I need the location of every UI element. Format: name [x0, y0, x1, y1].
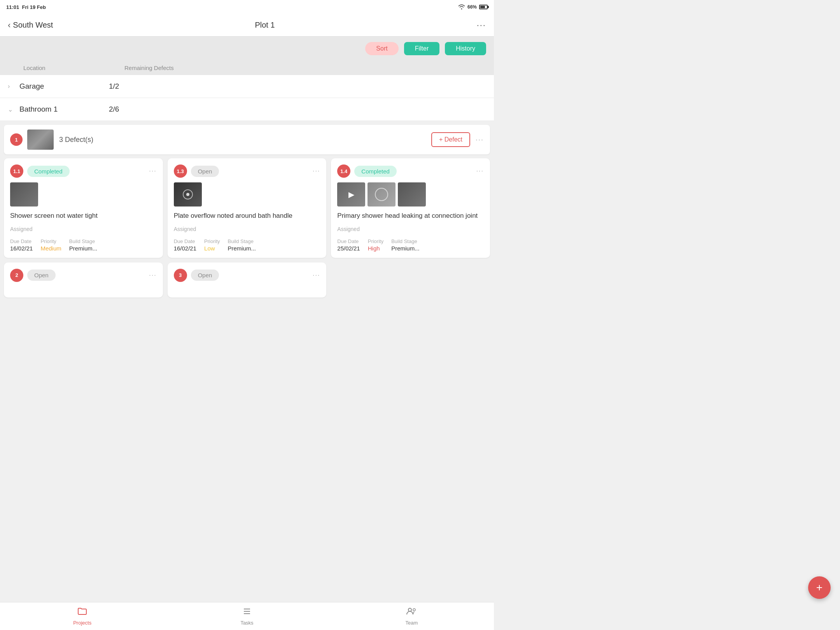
expanded-defects-section: 1 3 Defect(s) + Defect ··· 1.1 Completed…: [0, 121, 494, 301]
location-name: Garage: [19, 82, 109, 91]
build-stage-meta: Build Stage Premium...: [391, 238, 420, 252]
card-badge: 1.1: [10, 164, 23, 178]
card-more-button[interactable]: ···: [313, 272, 320, 279]
table-header: Location Remaining Defects: [0, 61, 494, 75]
priority-meta: Priority Low: [204, 238, 220, 252]
card-image-play: ▶: [337, 182, 365, 206]
card-badge: 1.4: [337, 164, 350, 178]
defect-card-1-4[interactable]: 1.4 Completed ··· ▶ Primary shower head …: [331, 158, 490, 258]
status-badge: Open: [27, 270, 56, 281]
sort-button[interactable]: Sort: [365, 42, 398, 55]
card-more-button[interactable]: ···: [149, 168, 156, 175]
defect-card-1-3[interactable]: 1.3 Open ··· Plate overflow noted around…: [168, 158, 327, 258]
card-meta: Due Date 16/02/21 Priority Medium Build …: [10, 238, 157, 252]
add-defect-button[interactable]: + Defect: [431, 132, 470, 147]
due-date-meta: Due Date 16/02/21: [174, 238, 196, 252]
status-badge: Completed: [354, 166, 397, 177]
defect-title: Plate overflow noted around bath handle: [174, 211, 320, 220]
location-row-garage[interactable]: › Garage 1/2: [0, 75, 494, 98]
defect-title: Shower screen not water tight: [10, 211, 157, 220]
status-time: 11:01 Fri 19 Feb: [6, 4, 46, 10]
defect-cards-grid: 1.1 Completed ··· Shower screen not wate…: [4, 158, 490, 258]
history-button[interactable]: History: [445, 42, 486, 55]
location-count: 2/6: [109, 105, 119, 114]
wifi-icon: [458, 4, 465, 10]
status-badge: Open: [191, 166, 219, 177]
card-image-1: [174, 182, 202, 206]
location-name: Bathroom 1: [19, 105, 109, 114]
assigned-label: Assigned: [10, 226, 157, 232]
build-stage-meta: Build Stage Premium...: [69, 238, 98, 252]
nav-bar: ‹ South West Plot 1 ···: [0, 14, 494, 37]
card-badge: 2: [10, 269, 23, 282]
location-count: 1/2: [109, 82, 119, 91]
defect-card-2[interactable]: 2 Open ···: [4, 262, 163, 298]
priority-meta: Priority High: [368, 238, 383, 252]
card-badge: 1.3: [174, 164, 187, 178]
battery-percentage: 66%: [467, 4, 477, 10]
assigned-label: Assigned: [174, 226, 320, 232]
remaining-column-header: Remaining Defects: [124, 65, 471, 71]
status-indicators: 66%: [458, 4, 488, 10]
collapse-icon: ⌄: [8, 106, 19, 113]
back-label: South West: [13, 21, 53, 30]
group-more-button[interactable]: ···: [476, 136, 484, 144]
defect-count-label: 3 Defect(s): [59, 136, 431, 144]
back-chevron-icon: ‹: [8, 20, 10, 30]
filter-button[interactable]: Filter: [404, 42, 440, 55]
page-title: Plot 1: [255, 21, 275, 30]
status-badge: Completed: [27, 166, 70, 177]
card-more-button[interactable]: ···: [313, 168, 320, 175]
bottom-cards-row: 2 Open ··· 3 Open ···: [4, 262, 490, 298]
priority-meta: Priority Medium: [40, 238, 61, 252]
group-thumbnail: [27, 130, 54, 150]
due-date-meta: Due Date 16/02/21: [10, 238, 33, 252]
due-date-meta: Due Date 25/02/21: [337, 238, 360, 252]
card-badge: 3: [174, 269, 187, 282]
card-image-1: [10, 182, 38, 206]
status-badge: Open: [191, 270, 219, 281]
location-column-header: Location: [23, 65, 124, 71]
battery-icon: [479, 5, 488, 9]
group-badge: 1: [10, 133, 23, 146]
defect-group-header: 1 3 Defect(s) + Defect ···: [4, 125, 490, 154]
location-row-bathroom1[interactable]: ⌄ Bathroom 1 2/6: [0, 98, 494, 121]
card-meta: Due Date 25/02/21 Priority High Build St…: [337, 238, 484, 252]
card-image-3: [398, 182, 426, 206]
more-options-button[interactable]: ···: [477, 20, 486, 30]
build-stage-meta: Build Stage Premium...: [228, 238, 256, 252]
expand-icon: ›: [8, 83, 19, 90]
back-button[interactable]: ‹ South West: [8, 20, 53, 30]
card-meta: Due Date 16/02/21 Priority Low Build Sta…: [174, 238, 320, 252]
card-more-button[interactable]: ···: [476, 168, 484, 175]
svg-point-1: [186, 193, 189, 196]
card-more-button[interactable]: ···: [149, 272, 156, 279]
card-image-circle: [368, 182, 396, 206]
status-bar: 11:01 Fri 19 Feb 66%: [0, 0, 494, 14]
defect-card-3[interactable]: 3 Open ···: [168, 262, 327, 298]
defect-card-1-1[interactable]: 1.1 Completed ··· Shower screen not wate…: [4, 158, 163, 258]
assigned-label: Assigned: [337, 226, 484, 232]
defect-title: Primary shower head leaking at connectio…: [337, 211, 484, 220]
toolbar: Sort Filter History: [0, 37, 494, 61]
